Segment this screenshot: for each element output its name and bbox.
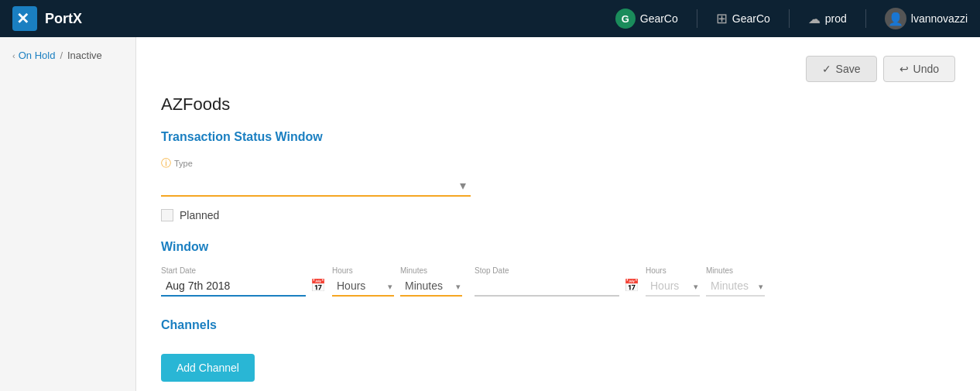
start-date-calendar-icon[interactable]: 📅 (310, 278, 326, 293)
transaction-status-header: Transaction Status Window (161, 130, 955, 144)
window-section-header: Window (161, 240, 955, 254)
type-select-wrapper: ▾ (161, 173, 471, 197)
svg-text:✕: ✕ (16, 10, 29, 27)
type-select[interactable] (161, 173, 471, 197)
stop-hours-label: Hours (646, 266, 700, 275)
add-channel-button[interactable]: Add Channel (161, 354, 255, 382)
gearco-circle-label: GearCo (640, 12, 678, 25)
type-label-text: Type (174, 159, 193, 168)
toolbar: ✓ Save ↩ Undo (161, 56, 955, 82)
breadcrumb-arrow-icon: ‹ (12, 51, 15, 60)
start-date-inner: 📅 (161, 276, 326, 297)
gearco-building-label: GearCo (732, 12, 770, 25)
cloud-icon: ☁ (808, 12, 821, 26)
channels-section: Channels Add Channel (161, 318, 955, 382)
stop-hours-select-wrapper: Hours ▾ (646, 276, 700, 297)
layout: ‹ On Hold / Inactive ✓ Save ↩ Undo AZFoo… (0, 37, 980, 391)
start-minutes-label: Minutes (400, 266, 462, 275)
stop-minutes-select[interactable]: Minutes (706, 276, 765, 297)
planned-row: Planned (161, 209, 955, 221)
sidebar: ‹ On Hold / Inactive (0, 37, 136, 391)
start-minutes-select[interactable]: Minutes (400, 276, 462, 297)
type-field-label: ⓘ Type (161, 156, 955, 170)
stop-minutes-field: Minutes Minutes ▾ (706, 266, 765, 297)
undo-button[interactable]: ↩ Undo (883, 56, 955, 82)
stop-date-calendar-icon[interactable]: 📅 (624, 278, 639, 293)
prod-label: prod (825, 12, 847, 25)
stop-minutes-select-wrapper: Minutes ▾ (706, 276, 765, 297)
stop-hours-select[interactable]: Hours (646, 276, 700, 297)
app-logo[interactable]: ✕ PortX (12, 6, 82, 31)
page-title: AZFoods (161, 94, 955, 115)
type-field: ⓘ Type ▾ (161, 156, 955, 197)
start-date-label: Start Date (161, 266, 326, 275)
start-hours-field: Hours Hours ▾ (332, 266, 394, 297)
window-fields: Start Date 📅 Hours Hours ▾ (161, 266, 955, 297)
start-hours-label: Hours (332, 266, 394, 275)
gearco-building-item[interactable]: ⊞ GearCo (716, 10, 770, 27)
planned-label: Planned (180, 209, 219, 221)
nav-divider-2 (789, 9, 790, 28)
breadcrumb[interactable]: ‹ On Hold / Inactive (0, 43, 135, 67)
save-label: Save (836, 63, 861, 75)
start-minutes-field: Minutes Minutes ▾ (400, 266, 462, 297)
channels-section-header: Channels (161, 318, 955, 332)
nav-divider-1 (697, 9, 697, 28)
save-check-icon: ✓ (822, 63, 831, 75)
start-hours-select-wrapper: Hours ▾ (332, 276, 394, 297)
undo-label: Undo (913, 63, 939, 75)
stop-date-input[interactable] (475, 276, 619, 297)
stop-minutes-label: Minutes (706, 266, 765, 275)
app-name: PortX (45, 11, 82, 27)
transaction-status-section: Transaction Status Window ⓘ Type ▾ Plann… (161, 130, 955, 221)
type-info-icon: ⓘ (161, 156, 171, 170)
prod-cloud-item[interactable]: ☁ prod (808, 12, 847, 26)
save-button[interactable]: ✓ Save (806, 56, 877, 82)
stop-date-inner: 📅 (475, 276, 639, 297)
user-avatar-icon: 👤 (885, 8, 906, 29)
start-minutes-select-wrapper: Minutes ▾ (400, 276, 462, 297)
start-hours-select[interactable]: Hours (332, 276, 394, 297)
topnav: ✕ PortX G GearCo ⊞ GearCo ☁ prod 👤 lvann… (0, 0, 980, 37)
planned-checkbox[interactable] (161, 209, 173, 221)
main-content: ✓ Save ↩ Undo AZFoods Transaction Status… (136, 37, 980, 391)
start-date-input[interactable] (161, 276, 306, 297)
start-date-field: Start Date 📅 (161, 266, 326, 297)
stop-date-field: Stop Date 📅 (475, 266, 639, 297)
username-label: lvannovazzi (911, 12, 968, 25)
user-avatar-item[interactable]: 👤 lvannovazzi (885, 8, 968, 29)
undo-icon: ↩ (899, 63, 909, 75)
window-section: Window Start Date 📅 Hours Hours (161, 240, 955, 297)
stop-date-label: Stop Date (475, 266, 639, 275)
breadcrumb-parent[interactable]: On Hold (19, 50, 56, 61)
nav-divider-3 (865, 9, 866, 28)
portx-logo-icon: ✕ (12, 6, 37, 31)
gearco-circle-item[interactable]: G GearCo (615, 9, 678, 29)
building-icon: ⊞ (716, 10, 728, 27)
gearco-circle-avatar: G (615, 9, 636, 29)
breadcrumb-separator: / (60, 50, 63, 61)
stop-hours-field: Hours Hours ▾ (646, 266, 700, 297)
breadcrumb-current: Inactive (67, 50, 102, 61)
